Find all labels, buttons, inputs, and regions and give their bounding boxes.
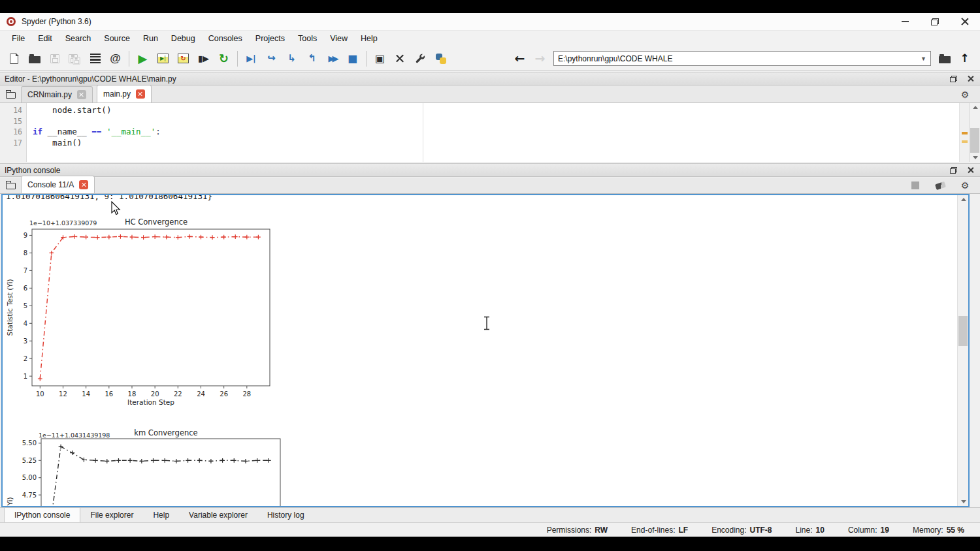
line-number: 15 [0, 116, 27, 127]
debug-step-out-button[interactable]: ↰ [302, 49, 321, 68]
bottom-tab-history-log[interactable]: History log [257, 508, 314, 522]
rerun-icon: ↻ [219, 53, 229, 65]
menu-debug[interactable]: Debug [165, 32, 202, 45]
console-scrollbar[interactable] [957, 195, 968, 506]
fullscreen-button[interactable] [391, 49, 410, 68]
menu-consoles[interactable]: Consoles [202, 32, 249, 45]
editor-close-icon[interactable] [967, 75, 974, 82]
svg-text:5: 5 [24, 302, 27, 309]
code-text: node.start() [27, 105, 111, 116]
code-line[interactable]: 17 main() [0, 138, 956, 149]
scroll-up-icon[interactable] [961, 198, 966, 201]
svg-text:8: 8 [24, 249, 27, 257]
menu-run[interactable]: Run [137, 32, 165, 45]
debug-continue-button[interactable]: ▶▶ [323, 49, 342, 68]
code-line[interactable]: 15 [0, 116, 956, 127]
back-button[interactable]: ← [510, 49, 529, 68]
close-icon [960, 17, 970, 26]
tab-close-icon[interactable] [136, 89, 145, 99]
restore-button[interactable] [920, 13, 950, 30]
go-to-parent-directory-button[interactable]: ↑ [955, 49, 974, 68]
menu-tools[interactable]: Tools [291, 32, 323, 45]
scroll-up-icon[interactable] [973, 106, 978, 109]
tab-close-icon[interactable] [77, 90, 86, 99]
run-selection-button[interactable]: ▮▶ [194, 49, 213, 68]
python-path-manager-button[interactable] [431, 49, 450, 68]
toolbar: @▶▶|↻▮▶↻▶|↪↳↰▶▶■▣ ←→ E:\pythonrun\gpu\CO… [0, 46, 980, 71]
chart-hc-convergence: HC Convergence1e−10+1.037339079123456789… [6, 215, 280, 411]
code-line[interactable]: 16if __name__ == '__main__': [0, 127, 956, 138]
menu-projects[interactable]: Projects [249, 32, 291, 45]
re-run-cell-button[interactable]: ↻ [214, 49, 233, 68]
debug-file-button[interactable]: ▶| [242, 49, 261, 68]
preferences-button[interactable] [411, 49, 430, 68]
debug-step-into-button[interactable]: ↳ [282, 49, 301, 68]
browse-tabs-icon [6, 92, 16, 99]
run-file-button[interactable]: ▶ [133, 49, 152, 68]
code-editor[interactable]: 14 node.start()1516if __name__ == '__mai… [0, 103, 980, 162]
editor-float-icon[interactable] [950, 76, 957, 82]
save-all-icon [73, 57, 80, 64]
svg-text:5.50: 5.50 [22, 439, 37, 447]
editor-tab-main-py[interactable]: main.py [97, 85, 152, 102]
console-scrollbar-thumb[interactable] [958, 316, 968, 346]
browse-working-directory-button[interactable] [935, 49, 954, 68]
editor-tab-bar: CRNmain.pymain.py ⚙ [0, 86, 980, 103]
debug-step-into-icon: ↳ [287, 54, 296, 63]
desktop: Spyder (Python 3.6) FileEditSearchSource… [0, 0, 980, 551]
menu-search[interactable]: Search [59, 32, 98, 45]
debug-stop-button[interactable]: ■ [343, 49, 362, 68]
bottom-tab-help[interactable]: Help [143, 508, 179, 522]
menu-help[interactable]: Help [354, 32, 384, 45]
column-guide-line [423, 103, 423, 162]
working-directory-value: E:\pythonrun\gpu\CODE WHALE [558, 54, 672, 63]
bottom-tab-file-explorer[interactable]: File explorer [80, 508, 143, 522]
pane-switcher-tabs: IPython consoleFile explorerHelpVariable… [0, 507, 980, 522]
run-cell-button[interactable]: ▶| [154, 49, 172, 68]
bottom-tab-ipython-console[interactable]: IPython console [4, 507, 80, 522]
menu-source[interactable]: Source [97, 32, 137, 45]
maximize-pane-button[interactable]: ▣ [370, 49, 389, 68]
close-button[interactable] [950, 13, 980, 30]
console-close-icon[interactable] [967, 166, 974, 174]
svg-text:4: 4 [24, 320, 27, 327]
browse-dir-icon [939, 56, 951, 63]
debug-icon: ▶| [246, 54, 256, 63]
menu-edit[interactable]: Edit [31, 32, 59, 45]
minimize-button[interactable] [890, 13, 920, 30]
debug-step-button[interactable]: ↪ [262, 49, 281, 68]
save-button[interactable] [45, 49, 64, 68]
clear-console-button[interactable] [932, 178, 948, 193]
bottom-tab-variable-explorer[interactable]: Variable explorer [179, 508, 257, 522]
window-title: Spyder (Python 3.6) [22, 17, 91, 26]
console-tab-console-11-a[interactable]: Console 11/A [21, 176, 95, 193]
console-scrollback-line: 1.0107018606419131, 9: 1.010701860641913… [3, 194, 968, 201]
menu-file[interactable]: File [5, 32, 31, 45]
code-line[interactable]: 14 node.start() [0, 105, 956, 116]
new-file-button[interactable] [5, 49, 24, 68]
console-float-icon[interactable] [950, 167, 957, 174]
symbol-finder-button[interactable]: @ [106, 49, 125, 68]
editor-options-button[interactable]: ⚙ [957, 87, 973, 102]
interrupt-kernel-button[interactable] [907, 178, 923, 193]
editor-scrollbar[interactable] [969, 103, 980, 162]
editor-scrollbar-thumb[interactable] [970, 128, 979, 153]
file-switcher-button[interactable] [86, 49, 105, 68]
svg-text:5.25: 5.25 [22, 457, 37, 464]
open-file-button[interactable] [25, 49, 44, 68]
scroll-down-icon[interactable] [961, 500, 966, 503]
browse-console-tabs-button[interactable] [0, 176, 21, 193]
status-memory: Memory:55 % [913, 526, 964, 535]
editor-tab-crnmain-py[interactable]: CRNmain.py [21, 86, 93, 102]
scroll-down-icon[interactable] [973, 156, 978, 159]
menu-view[interactable]: View [323, 32, 354, 45]
file-switcher-icon [90, 54, 101, 63]
console-options-button[interactable]: ⚙ [957, 178, 973, 193]
run-cell-and-advance-button[interactable]: ↻ [174, 49, 193, 68]
tab-close-icon[interactable] [79, 180, 88, 189]
ipython-console-output[interactable]: 1.0107018606419131, 9: 1.010701860641913… [1, 194, 970, 507]
save-all-button[interactable] [65, 49, 84, 68]
browse-tabs-button[interactable] [0, 86, 21, 102]
working-directory-combo[interactable]: E:\pythonrun\gpu\CODE WHALE ▼ [553, 51, 931, 66]
forward-button[interactable]: → [531, 49, 549, 68]
